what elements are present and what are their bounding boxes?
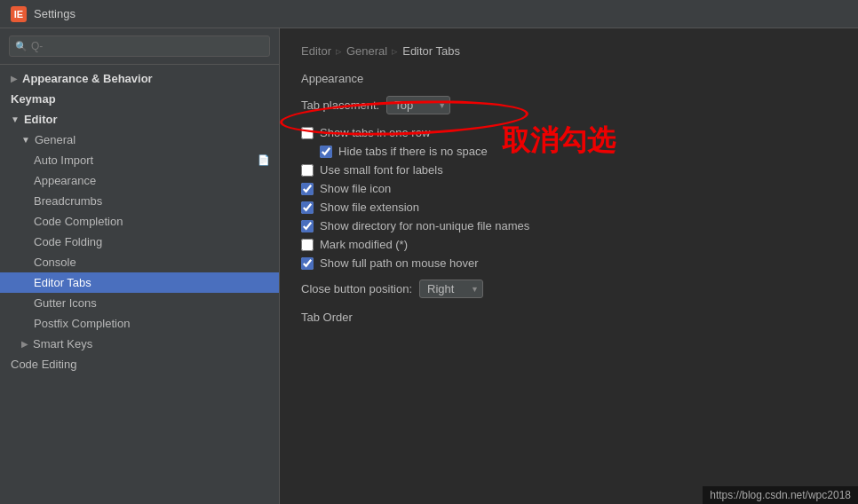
arrow-icon: ▶ <box>11 74 18 83</box>
show-directory-checkbox[interactable] <box>301 220 314 232</box>
show-file-icon-checkbox[interactable] <box>301 183 314 195</box>
show-tabs-one-row-row[interactable]: Show tabs in one row <box>301 123 837 142</box>
show-file-icon-row[interactable]: Show file icon <box>301 179 837 198</box>
tab-order-title: Tab Order <box>301 311 837 324</box>
sidebar-item-breadcrumbs[interactable]: Breadcrumbs <box>0 191 279 211</box>
breadcrumb-current: Editor Tabs <box>402 44 460 58</box>
hide-tabs-no-space-row[interactable]: Hide tabs if there is no space <box>301 142 837 161</box>
mark-modified-checkbox[interactable] <box>301 239 314 251</box>
mark-modified-label: Mark modified (*) <box>320 238 408 251</box>
show-file-extension-label: Show file extension <box>320 201 419 214</box>
close-button-label: Close button position: <box>301 282 412 295</box>
arrow-icon: ▶ <box>21 339 28 349</box>
small-font-row[interactable]: Use small font for labels <box>301 161 837 179</box>
search-input[interactable] <box>9 35 270 57</box>
arrow-icon: ▼ <box>11 114 20 124</box>
sidebar-item-keymap[interactable]: Keymap <box>0 89 279 109</box>
sidebar-item-label: Code Editing <box>11 358 76 371</box>
sidebar-item-label: Keymap <box>11 92 56 106</box>
hide-tabs-checkbox[interactable] <box>320 146 332 158</box>
show-full-path-checkbox[interactable] <box>301 257 314 270</box>
hide-tabs-label: Hide tabs if there is no space <box>338 145 488 158</box>
app-icon: IE <box>11 6 27 22</box>
show-file-extension-checkbox[interactable] <box>301 201 314 214</box>
sidebar-item-label: Gutter Icons <box>34 296 97 310</box>
url-bar: https://blog.csdn.net/wpc2018 <box>703 486 858 504</box>
sidebar-item-label: Breadcrumbs <box>34 194 102 208</box>
close-button-select[interactable]: Right Left Hidden <box>419 280 483 298</box>
sidebar-item-label: Code Completion <box>34 215 123 228</box>
sidebar-item-label: General <box>35 133 75 146</box>
mark-modified-row[interactable]: Mark modified (*) <box>301 235 837 254</box>
tab-order-section: Tab Order <box>301 311 837 324</box>
breadcrumb-separator-2: ▹ <box>392 44 398 58</box>
sidebar-item-label: Code Folding <box>34 235 102 248</box>
close-button-select-wrapper: Right Left Hidden <box>419 280 483 298</box>
arrow-icon: ▼ <box>21 135 30 145</box>
search-bar: 🔍 <box>0 28 279 65</box>
nav-tree: ▶ Appearance & Behavior Keymap ▼ Editor … <box>0 65 279 504</box>
sidebar-item-label: Editor <box>24 113 58 126</box>
sidebar-item-postfix-completion[interactable]: Postfix Completion <box>0 313 279 334</box>
doc-icon: 📄 <box>258 154 270 166</box>
sidebar-item-gutter-icons[interactable]: Gutter Icons <box>0 293 279 313</box>
breadcrumb: Editor ▹ General ▹ Editor Tabs <box>301 44 837 58</box>
sidebar-item-appearance[interactable]: Appearance <box>0 170 279 191</box>
sidebar: 🔍 ▶ Appearance & Behavior Keymap ▼ Edito… <box>0 28 280 504</box>
breadcrumb-separator: ▹ <box>336 44 342 58</box>
sidebar-item-auto-import[interactable]: Auto Import 📄 <box>0 150 279 170</box>
appearance-section: Appearance Tab placement: Top Bottom Lef… <box>301 72 837 298</box>
sidebar-item-code-editing[interactable]: Code Editing <box>0 354 279 374</box>
sidebar-item-console[interactable]: Console <box>0 252 279 272</box>
show-directory-label: Show directory for non-unique file names <box>320 219 529 232</box>
close-button-group: Close button position: Right Left Hidden <box>301 280 837 298</box>
sidebar-item-label: Postfix Completion <box>34 317 130 330</box>
small-font-checkbox[interactable] <box>301 164 314 177</box>
sidebar-item-label: Appearance & Behavior <box>22 72 153 85</box>
settings-panel: Editor ▹ General ▹ Editor Tabs Appearanc… <box>280 28 858 350</box>
search-icon: 🔍 <box>15 41 28 52</box>
show-full-path-row[interactable]: Show full path on mouse hover <box>301 254 837 272</box>
show-tabs-one-row-label: Show tabs in one row <box>320 126 430 139</box>
tab-placement-select-wrapper: Top Bottom Left Right None <box>386 96 450 114</box>
breadcrumb-part-2: General <box>346 44 387 58</box>
sidebar-item-editor-tabs[interactable]: Editor Tabs <box>0 272 279 293</box>
show-tabs-one-row-checkbox[interactable] <box>301 127 314 139</box>
show-file-icon-label: Show file icon <box>320 182 391 195</box>
sidebar-item-smart-keys[interactable]: ▶ Smart Keys <box>0 334 279 354</box>
sidebar-item-code-folding[interactable]: Code Folding <box>0 232 279 252</box>
sidebar-item-editor[interactable]: ▼ Editor <box>0 109 279 130</box>
tab-placement-label: Tab placement: <box>301 98 379 112</box>
sidebar-item-label: Appearance <box>34 174 96 187</box>
sidebar-item-general[interactable]: ▼ General <box>0 130 279 150</box>
sidebar-item-appearance-behavior[interactable]: ▶ Appearance & Behavior <box>0 68 279 89</box>
sidebar-item-code-completion[interactable]: Code Completion <box>0 211 279 232</box>
show-file-extension-row[interactable]: Show file extension <box>301 198 837 217</box>
sidebar-item-label: Editor Tabs <box>34 276 91 289</box>
window-title: Settings <box>34 7 75 20</box>
show-directory-row[interactable]: Show directory for non-unique file names <box>301 217 837 235</box>
breadcrumb-part-1: Editor <box>301 44 331 58</box>
sidebar-item-label: Smart Keys <box>33 337 92 350</box>
sidebar-item-label: Console <box>34 256 76 269</box>
show-full-path-label: Show full path on mouse hover <box>320 256 479 270</box>
tab-placement-group: Tab placement: Top Bottom Left Right Non… <box>301 96 837 114</box>
appearance-section-title: Appearance <box>301 72 837 85</box>
small-font-label: Use small font for labels <box>320 163 443 177</box>
tab-placement-select[interactable]: Top Bottom Left Right None <box>386 96 450 114</box>
sidebar-item-label: Auto Import <box>34 154 93 167</box>
